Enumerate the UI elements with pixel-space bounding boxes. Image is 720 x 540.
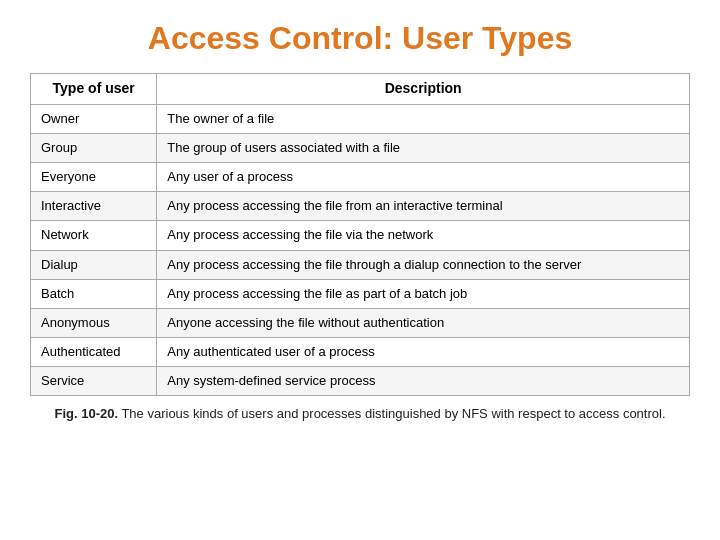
table-row: BatchAny process accessing the file as p…	[31, 279, 690, 308]
user-type-cell: Authenticated	[31, 338, 157, 367]
description-cell: Any process accessing the file as part o…	[157, 279, 690, 308]
description-cell: The owner of a file	[157, 104, 690, 133]
user-type-cell: Group	[31, 133, 157, 162]
user-types-table: Type of user Description OwnerThe owner …	[30, 73, 690, 396]
caption-label: Fig. 10-20.	[54, 406, 118, 421]
description-cell: Any process accessing the file via the n…	[157, 221, 690, 250]
user-type-cell: Service	[31, 367, 157, 396]
col-header-description: Description	[157, 74, 690, 105]
table-row: NetworkAny process accessing the file vi…	[31, 221, 690, 250]
table-row: EveryoneAny user of a process	[31, 162, 690, 191]
description-cell: Anyone accessing the file without authen…	[157, 308, 690, 337]
user-type-cell: Network	[31, 221, 157, 250]
user-type-cell: Anonymous	[31, 308, 157, 337]
user-type-cell: Owner	[31, 104, 157, 133]
description-cell: Any system-defined service process	[157, 367, 690, 396]
table-row: AuthenticatedAny authenticated user of a…	[31, 338, 690, 367]
description-cell: Any user of a process	[157, 162, 690, 191]
table-row: GroupThe group of users associated with …	[31, 133, 690, 162]
table-row: InteractiveAny process accessing the fil…	[31, 192, 690, 221]
description-cell: Any process accessing the file from an i…	[157, 192, 690, 221]
col-header-user: Type of user	[31, 74, 157, 105]
table-row: OwnerThe owner of a file	[31, 104, 690, 133]
table-row: DialupAny process accessing the file thr…	[31, 250, 690, 279]
user-type-cell: Dialup	[31, 250, 157, 279]
figure-caption: Fig. 10-20. The various kinds of users a…	[54, 406, 665, 421]
description-cell: Any process accessing the file through a…	[157, 250, 690, 279]
table-row: ServiceAny system-defined service proces…	[31, 367, 690, 396]
user-type-cell: Everyone	[31, 162, 157, 191]
user-type-cell: Interactive	[31, 192, 157, 221]
page-title: Access Control: User Types	[148, 20, 572, 57]
description-cell: The group of users associated with a fil…	[157, 133, 690, 162]
caption-text: The various kinds of users and processes…	[118, 406, 665, 421]
description-cell: Any authenticated user of a process	[157, 338, 690, 367]
user-type-cell: Batch	[31, 279, 157, 308]
table-row: AnonymousAnyone accessing the file witho…	[31, 308, 690, 337]
